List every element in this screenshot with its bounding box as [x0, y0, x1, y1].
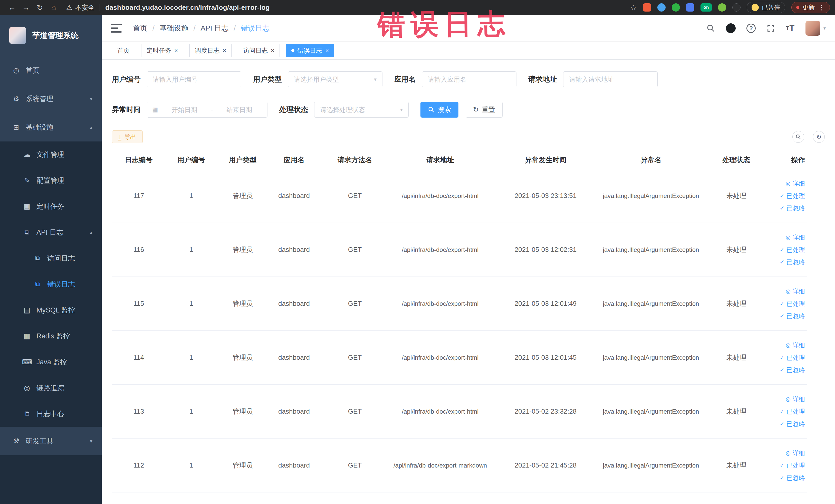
- site-security[interactable]: ⚠ 不安全: [66, 3, 95, 12]
- tag-tab-error-log[interactable]: 错误日志×: [286, 44, 334, 57]
- search-icon[interactable]: [707, 24, 715, 33]
- sidebar-item-log-center[interactable]: ⧉日志中心: [0, 401, 102, 427]
- extension-icon[interactable]: [732, 3, 740, 12]
- close-icon[interactable]: ×: [271, 47, 274, 54]
- back-icon[interactable]: ←: [5, 3, 19, 12]
- sidebar-item-link-tracing[interactable]: ◎链路追踪: [0, 375, 102, 401]
- menu-kebab-icon[interactable]: ⋮: [818, 4, 825, 12]
- processed-link[interactable]: ✓已处理: [780, 351, 805, 364]
- extension-icon[interactable]: [718, 3, 726, 12]
- date-range-picker[interactable]: ▦ 开始日期 - 结束日期: [147, 102, 267, 118]
- close-icon[interactable]: ×: [174, 47, 178, 54]
- tag-tab-schedule-log[interactable]: 调度日志×: [189, 44, 231, 57]
- tools-icon: ⚒: [11, 437, 22, 445]
- url-bar[interactable]: dashboard.yudao.iocoder.cn/infra/log/api…: [105, 4, 270, 12]
- user-type-select[interactable]: 请选择用户类型 ▾: [288, 72, 383, 87]
- cell-status: 未处理: [701, 385, 772, 438]
- extension-icon[interactable]: [643, 3, 651, 12]
- extension-icon[interactable]: [686, 3, 694, 12]
- home-icon[interactable]: ⌂: [47, 3, 61, 12]
- cell-status: 未处理: [701, 223, 772, 277]
- reset-button[interactable]: ↻ 重置: [466, 102, 503, 118]
- breadcrumb-item[interactable]: API 日志: [201, 23, 229, 33]
- sidebar-toggle-icon[interactable]: [111, 24, 122, 33]
- paused-badge[interactable]: 已暂停: [747, 2, 785, 13]
- detail-link[interactable]: ◎详细: [786, 231, 805, 244]
- processed-link[interactable]: ✓已处理: [780, 190, 805, 202]
- column-header: 用户编号: [166, 151, 217, 169]
- font-size-icon[interactable]: TT: [786, 23, 795, 33]
- extension-icon[interactable]: [672, 3, 680, 12]
- sidebar-item-infrastructure[interactable]: ⊞基础设施▴: [0, 113, 102, 141]
- bookmark-star-icon[interactable]: ☆: [630, 3, 637, 12]
- detail-link[interactable]: ◎详细: [786, 285, 805, 298]
- eye-icon: ◎: [786, 450, 791, 457]
- extension-icon[interactable]: [657, 3, 666, 12]
- sidebar-item-redis-monitor[interactable]: ▥Redis 监控: [0, 323, 102, 349]
- help-icon[interactable]: ?: [747, 24, 756, 33]
- cell-url: /api/infra/db-doc/export-html: [390, 169, 490, 223]
- tag-tab-home[interactable]: 首页: [112, 44, 135, 57]
- processed-link[interactable]: ✓已处理: [780, 298, 805, 310]
- sidebar-item-scheduled-tasks[interactable]: ▣定时任务: [0, 193, 102, 219]
- forward-icon[interactable]: →: [19, 3, 33, 12]
- app-name-input[interactable]: [422, 72, 516, 87]
- breadcrumb-item[interactable]: 基础设施: [160, 23, 188, 33]
- refresh-icon: ↻: [473, 106, 479, 114]
- main-area: 首页/基础设施/API 日志/错误日志 ? TT ▾: [102, 15, 835, 504]
- github-icon[interactable]: [726, 23, 736, 33]
- reload-icon[interactable]: ↻: [33, 3, 47, 12]
- sidebar-item-system-management[interactable]: ⚙系统管理▾: [0, 84, 102, 113]
- processed-link[interactable]: ✓已处理: [780, 459, 805, 472]
- user-id-input[interactable]: [147, 72, 241, 87]
- sidebar-item-error-log[interactable]: ⧉错误日志: [0, 271, 102, 297]
- toggle-search-button[interactable]: [792, 131, 804, 143]
- ignored-link[interactable]: ✓已忽略: [780, 256, 805, 268]
- processed-link[interactable]: ✓已处理: [780, 244, 805, 256]
- toolbar-circle-buttons: ↻: [792, 131, 825, 143]
- ignored-link[interactable]: ✓已忽略: [780, 418, 805, 430]
- process-status-select[interactable]: 请选择处理状态 ▾: [314, 102, 409, 118]
- request-url-input[interactable]: [563, 72, 658, 87]
- cell-method: GET: [320, 277, 390, 330]
- cell-method: GET: [320, 385, 390, 438]
- sidebar-item-home[interactable]: ◴首页: [0, 56, 102, 84]
- ignored-link[interactable]: ✓已忽略: [780, 310, 805, 322]
- tag-tab-timed-task[interactable]: 定时任务×: [141, 44, 183, 57]
- detail-link[interactable]: ◎详细: [786, 447, 805, 459]
- sidebar-item-dev-tools[interactable]: ⚒研发工具▾: [0, 427, 102, 455]
- user-menu[interactable]: ▾: [806, 21, 826, 36]
- action-label: 已忽略: [787, 258, 805, 266]
- sidebar-item-config-management[interactable]: ✎配置管理: [0, 167, 102, 193]
- tag-tab-access-log[interactable]: 访问日志×: [238, 44, 280, 57]
- logo[interactable]: 芋道管理系统: [0, 15, 102, 56]
- sidebar-item-mysql-monitor[interactable]: ▤MySQL 监控: [0, 297, 102, 323]
- update-button[interactable]: 更新 ⋮: [791, 2, 830, 13]
- sidebar-item-java-monitor[interactable]: ⌨Java 监控: [0, 349, 102, 375]
- sidebar-item-access-log[interactable]: ⧉访问日志: [0, 245, 102, 271]
- extension-on-icon[interactable]: on: [700, 3, 712, 12]
- refresh-button[interactable]: ↻: [813, 131, 825, 143]
- fullscreen-icon[interactable]: [767, 24, 775, 33]
- processed-link[interactable]: ✓已处理: [780, 405, 805, 418]
- detail-link[interactable]: ◎详细: [786, 177, 805, 190]
- ignored-link[interactable]: ✓已忽略: [780, 364, 805, 376]
- check-icon: ✓: [780, 300, 785, 307]
- close-icon[interactable]: ×: [223, 47, 226, 54]
- breadcrumb-item[interactable]: 首页: [133, 23, 147, 33]
- ignored-link[interactable]: ✓已忽略: [780, 202, 805, 215]
- sidebar-item-api-log[interactable]: ⧉API 日志▴: [0, 219, 102, 245]
- log-icon: ⧉: [22, 228, 32, 236]
- cell-exception: java.lang.IllegalArgumentException: [601, 169, 701, 223]
- cell-url: /api/infra/db-doc/export-html: [390, 331, 490, 384]
- check-icon: ✓: [780, 462, 785, 469]
- detail-link[interactable]: ◎详细: [786, 339, 805, 351]
- close-icon[interactable]: ×: [325, 47, 329, 54]
- filter-label: 用户类型: [253, 75, 282, 84]
- sidebar-item-file-management[interactable]: ☁文件管理: [0, 141, 102, 167]
- ignored-link[interactable]: ✓已忽略: [780, 472, 805, 484]
- update-label: 更新: [802, 3, 815, 12]
- detail-link[interactable]: ◎详细: [786, 393, 805, 405]
- search-button[interactable]: 搜索: [421, 102, 459, 118]
- export-button[interactable]: ↓ 导出: [112, 130, 143, 143]
